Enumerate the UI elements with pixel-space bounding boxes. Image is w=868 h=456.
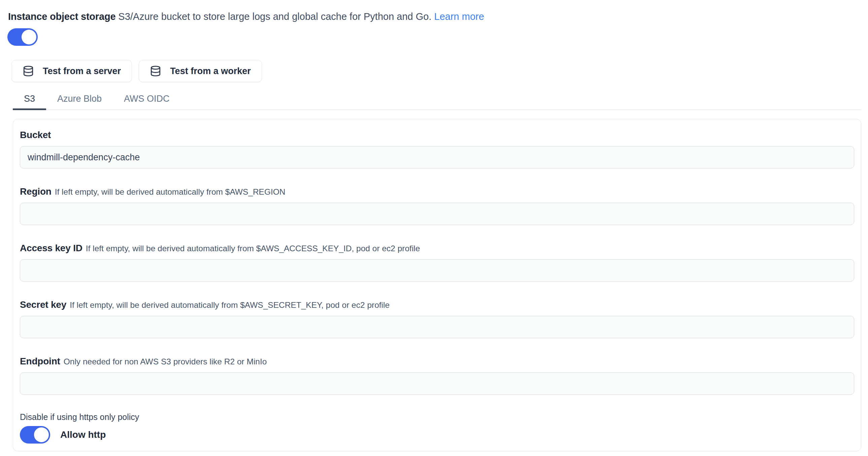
endpoint-hint: Only needed for non AWS S3 providers lik… — [64, 357, 267, 366]
database-icon — [23, 65, 34, 77]
storage-type-tabs: S3 Azure Blob AWS OIDC — [13, 90, 861, 110]
access-key-id-input[interactable] — [20, 259, 854, 281]
toggle-knob — [22, 30, 36, 44]
test-from-server-label: Test from a server — [43, 66, 121, 77]
learn-more-link[interactable]: Learn more — [434, 11, 484, 22]
instance-object-storage-toggle[interactable] — [7, 28, 38, 46]
access-key-id-hint: If left empty, will be derived automatic… — [86, 244, 420, 253]
field-endpoint: EndpointOnly needed for non AWS S3 provi… — [20, 356, 854, 395]
field-secret-key: Secret keyIf left empty, will be derived… — [20, 299, 854, 338]
tab-s3[interactable]: S3 — [13, 90, 46, 110]
access-key-id-label: Access key ID — [20, 243, 83, 253]
allow-http-toggle[interactable] — [20, 426, 50, 444]
page-title: Instance object storage — [8, 11, 116, 22]
secret-key-label: Secret key — [20, 299, 66, 310]
secret-key-hint: If left empty, will be derived automatic… — [70, 300, 390, 309]
instance-object-storage-settings: Instance object storageS3/Azure bucket t… — [0, 0, 868, 451]
bucket-label: Bucket — [20, 130, 51, 140]
endpoint-label: Endpoint — [20, 356, 60, 366]
test-from-worker-label: Test from a worker — [170, 66, 251, 77]
toggle-knob — [34, 427, 49, 442]
region-label: Region — [20, 186, 52, 197]
test-from-server-button[interactable]: Test from a server — [11, 60, 132, 82]
allow-http-label: Allow http — [60, 429, 106, 440]
section-header: Instance object storageS3/Azure bucket t… — [8, 10, 861, 23]
tab-azure-blob[interactable]: Azure Blob — [46, 90, 113, 110]
field-access-key-id: Access key IDIf left empty, will be deri… — [20, 242, 854, 281]
endpoint-input[interactable] — [20, 372, 854, 395]
secret-key-input[interactable] — [20, 316, 854, 338]
region-hint: If left empty, will be derived automatic… — [55, 187, 285, 196]
tab-aws-oidc[interactable]: AWS OIDC — [113, 90, 181, 110]
page-description: S3/Azure bucket to store large logs and … — [118, 11, 431, 22]
test-buttons-row: Test from a server Test from a worker — [11, 60, 861, 82]
field-bucket: Bucket — [20, 129, 854, 169]
region-input[interactable] — [20, 203, 854, 225]
bucket-input[interactable] — [20, 146, 854, 169]
allow-http-section: Disable if using https only policy Allow… — [20, 412, 854, 444]
database-icon — [150, 65, 161, 77]
field-region: RegionIf left empty, will be derived aut… — [20, 186, 854, 225]
s3-settings-panel: Bucket RegionIf left empty, will be deri… — [13, 119, 861, 451]
allow-http-note: Disable if using https only policy — [20, 412, 854, 422]
test-from-worker-button[interactable]: Test from a worker — [139, 60, 262, 82]
